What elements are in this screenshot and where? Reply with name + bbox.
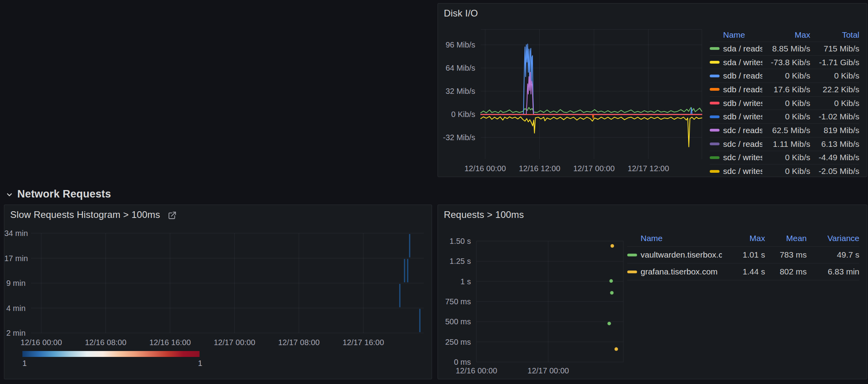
section-network-requests[interactable]: Network Requests xyxy=(5,186,111,202)
legend-value: 8.85 Mib/s xyxy=(762,44,810,53)
series-name[interactable]: sdb / reads xyxy=(723,85,762,94)
scatter-point xyxy=(608,322,611,325)
heatmap-cell xyxy=(399,284,401,307)
requests-legend: NameMaxMeanVariancevaultwarden.tiserbox.… xyxy=(627,230,859,280)
series-name[interactable]: sdb / reads xyxy=(723,71,762,80)
series-name[interactable]: vaultwarden.tiserbox.com xyxy=(641,250,722,260)
legend-header-max[interactable]: Max xyxy=(762,30,810,40)
y-tick-label: 34 min xyxy=(4,229,26,238)
legend-value: 715 Mib/s xyxy=(810,44,859,53)
panel-requests-100ms: Requests > 100ms 1.50 s1.25 s1 s750 ms50… xyxy=(438,205,867,379)
legend-value: 0 Kib/s xyxy=(762,71,810,80)
y-tick-label: 750 ms xyxy=(438,297,471,306)
x-tick-label: 12/16 00:00 xyxy=(6,338,77,347)
legend-value: 783 ms xyxy=(765,250,807,260)
series-color-swatch xyxy=(627,254,637,256)
legend-value: 1.11 Mib/s xyxy=(762,139,810,149)
series-line xyxy=(481,44,702,114)
legend-row: sdb / reads17.6 Kib/s22.2 Kib/s xyxy=(710,83,859,97)
heatmap-cell xyxy=(409,234,410,258)
series-name[interactable]: sda / reads xyxy=(723,44,762,53)
scale-min-label: 1 xyxy=(22,359,27,368)
external-link-icon[interactable] xyxy=(167,210,177,220)
legend-header-variance[interactable]: Variance xyxy=(807,234,859,243)
legend-value: 0 Kib/s xyxy=(762,112,810,121)
series-name[interactable]: sda / writes xyxy=(723,58,762,67)
y-tick-label: 2 min xyxy=(4,328,26,338)
legend-header-max[interactable]: Max xyxy=(722,234,765,243)
legend-header-name[interactable]: Name xyxy=(710,30,762,40)
series-color-swatch xyxy=(627,271,637,273)
heatmap-cell xyxy=(404,259,405,283)
x-tick-label: 12/17 16:00 xyxy=(328,338,399,347)
legend-value: 0 Kib/s xyxy=(810,99,859,108)
series-color-swatch xyxy=(710,102,720,104)
legend-row: sdc / reads62.5 Mib/s819 Mib/s xyxy=(710,124,859,137)
series-name[interactable]: sdc / reads xyxy=(723,139,762,149)
legend-value: -1.02 Mib/s xyxy=(810,112,859,121)
legend-value: 22.2 Kib/s xyxy=(810,85,859,94)
legend-row: sdb / writes0 Kib/s0 Kib/s xyxy=(710,97,859,110)
legend-row: sdb / reads0 Kib/s0 Kib/s xyxy=(710,69,859,83)
y-tick-label: -32 Mib/s xyxy=(438,133,475,142)
legend-value: 0 Kib/s xyxy=(810,71,859,80)
legend-value: 1.44 s xyxy=(722,267,765,276)
y-tick-label: 1 s xyxy=(438,277,471,286)
heatmap-cell xyxy=(407,259,408,283)
series-name[interactable]: sdb / writes xyxy=(723,99,762,108)
series-name[interactable]: sdc / reads xyxy=(723,126,762,135)
series-name[interactable]: sdc / writes xyxy=(723,166,762,176)
x-tick-label: 12/17 08:00 xyxy=(264,338,334,347)
series-name[interactable]: sdc / writes xyxy=(723,153,762,162)
heatmap-color-scale: 1 1 xyxy=(22,351,202,368)
scale-max-label: 1 xyxy=(198,359,202,368)
legend-row: sdb / writes0 Kib/s-1.02 Mib/s xyxy=(710,110,859,124)
y-tick-label: 4 min xyxy=(4,304,26,313)
panel-title-disk-io[interactable]: Disk I/O xyxy=(444,8,478,19)
y-tick-label: 32 Mib/s xyxy=(438,86,475,96)
series-line xyxy=(481,117,702,147)
legend-value: -1.71 Gib/s xyxy=(810,58,859,67)
x-tick-label: 12/16 16:00 xyxy=(135,338,205,347)
series-line xyxy=(481,108,702,113)
chevron-down-icon[interactable] xyxy=(5,191,13,199)
x-tick-label: 12/17 12:00 xyxy=(613,164,684,173)
legend-header-row: NameMaxTotal xyxy=(710,28,859,42)
legend-value: 6.83 min xyxy=(807,267,859,276)
series-color-swatch xyxy=(710,170,720,173)
x-tick-label: 12/17 00:00 xyxy=(513,366,584,375)
series-color-swatch xyxy=(710,61,720,64)
y-tick-label: 1.50 s xyxy=(438,236,471,246)
legend-header-name[interactable]: Name xyxy=(627,234,722,243)
legend-value: 0 Kib/s xyxy=(762,153,810,162)
y-tick-label: 9 min xyxy=(4,278,26,288)
panel-title-requests[interactable]: Requests > 100ms xyxy=(444,209,524,220)
section-title[interactable]: Network Requests xyxy=(17,188,111,200)
y-tick-label: 96 Mib/s xyxy=(438,40,475,49)
panel-title-slow-requests[interactable]: Slow Requests Histogram > 100ms xyxy=(10,209,160,220)
scatter-point xyxy=(615,347,618,351)
y-tick-label: 64 Mib/s xyxy=(438,63,475,73)
series-name[interactable]: grafana.tiserbox.com xyxy=(641,267,718,276)
x-tick-label: 12/17 00:00 xyxy=(199,338,270,347)
legend-row: sdc / writes0 Kib/s-4.49 Mib/s xyxy=(710,151,859,165)
legend-row: sda / writes-73.8 Kib/s-1.71 Gib/s xyxy=(710,56,859,69)
scatter-point xyxy=(610,244,614,248)
legend-value: 17.6 Kib/s xyxy=(762,85,810,94)
series-name[interactable]: sdb / writes xyxy=(723,112,762,121)
y-tick-label: 1.25 s xyxy=(438,256,471,266)
legend-header-total[interactable]: Total xyxy=(810,30,859,40)
legend-row: sdc / reads1.11 Mib/s6.13 Mib/s xyxy=(710,137,859,151)
legend-value: -73.8 Kib/s xyxy=(762,58,810,67)
grafana-dashboard: { "page": { "background": "#111217", "pa… xyxy=(0,0,868,384)
series-color-swatch xyxy=(710,75,720,77)
legend-value: 49.7 s xyxy=(807,250,859,260)
x-tick-label: 12/16 00:00 xyxy=(441,366,512,375)
series-color-swatch xyxy=(710,143,720,145)
legend-value: 802 ms xyxy=(765,267,807,276)
legend-header-mean[interactable]: Mean xyxy=(765,234,807,243)
heatmap-cell xyxy=(419,309,421,333)
legend-value: 6.13 Mib/s xyxy=(810,139,859,149)
legend-value: 0 Kib/s xyxy=(762,99,810,108)
legend-value: -2.05 Mib/s xyxy=(810,166,859,176)
